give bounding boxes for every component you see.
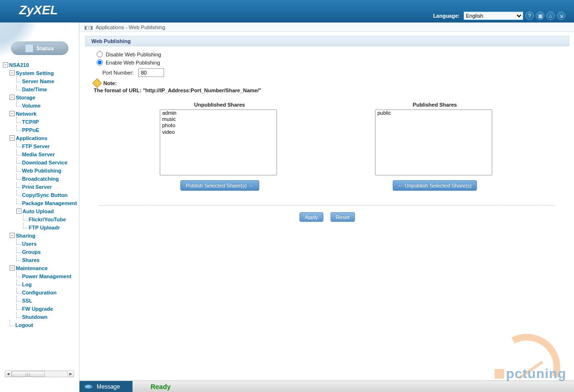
tree-logout[interactable]: Logout xyxy=(3,321,79,329)
collapse-icon[interactable]: − xyxy=(16,208,22,214)
divider xyxy=(99,205,555,206)
share-option[interactable]: music xyxy=(160,116,276,122)
panel-title: Web Publishing xyxy=(85,36,569,46)
tree-leaf[interactable]: Date/Time xyxy=(3,85,79,93)
scroll-track[interactable] xyxy=(11,370,67,377)
radio-enable[interactable]: Enable Web Publishing xyxy=(97,59,561,65)
help-icon[interactable]: ? xyxy=(525,11,534,20)
radio-disable-input[interactable] xyxy=(97,51,103,57)
collapse-icon[interactable]: − xyxy=(10,70,15,76)
collapse-icon[interactable]: − xyxy=(10,95,15,100)
tree-group-network[interactable]: −Network xyxy=(3,109,79,118)
unpublished-column: Unpublished Shares adminmusicphotovideo … xyxy=(160,102,279,191)
tree-leaf[interactable]: PPPoE xyxy=(3,126,79,134)
scroll-right-icon[interactable]: ► xyxy=(67,370,74,377)
port-input[interactable] xyxy=(138,68,164,77)
published-list[interactable]: public xyxy=(375,109,492,175)
home-icon[interactable]: ⌂ xyxy=(546,11,555,20)
share-option[interactable]: public xyxy=(375,110,492,116)
note-text: The format of URL: "http://IP_Address:Po… xyxy=(94,87,561,93)
note-label: Note: xyxy=(103,80,117,86)
reset-button[interactable]: Reset xyxy=(331,212,355,222)
tree-leaf[interactable]: Copy/Sync Button xyxy=(3,191,79,199)
status-icon xyxy=(25,44,33,53)
language-select[interactable]: English xyxy=(464,11,523,20)
tree-subgroup-autoupload[interactable]: −Auto Upload xyxy=(3,207,79,215)
scroll-left-icon[interactable]: ◄ xyxy=(5,370,11,377)
tree-leaf[interactable]: TCP/IP xyxy=(3,118,79,126)
nav-tree: −NSA210 −System Setting Server Name Date… xyxy=(0,61,79,333)
port-label: Port Number: xyxy=(102,70,133,76)
tree-group-applications[interactable]: −Applications xyxy=(3,134,79,142)
unpublished-title: Unpublished Shares xyxy=(160,102,279,108)
tree-group-system[interactable]: −System Setting xyxy=(3,69,79,77)
status-bar: Message Ready xyxy=(79,381,574,392)
tree-leaf[interactable]: Configuration xyxy=(3,288,79,296)
note-pin-icon xyxy=(92,78,102,88)
share-option[interactable]: video xyxy=(160,129,276,135)
status-state: Ready xyxy=(151,383,171,391)
apply-button[interactable]: Apply xyxy=(299,212,323,222)
share-option[interactable]: admin xyxy=(160,110,276,116)
sidebar: Status −NSA210 −System Setting Server Na… xyxy=(0,22,79,381)
tree-leaf[interactable]: FTP Server xyxy=(3,142,79,150)
published-column: Published Shares public ← Unpublish Sele… xyxy=(375,102,495,191)
message-label: Message xyxy=(97,383,120,390)
top-bar: ZyXEL Language: English ? ▦ ⌂ ⇲ xyxy=(0,0,574,22)
tree-leaf[interactable]: Server Name xyxy=(3,77,79,85)
breadcrumb-text: Applications - Web Publishing xyxy=(96,24,165,30)
logout-icon[interactable]: ⇲ xyxy=(557,11,565,20)
collapse-icon[interactable]: − xyxy=(10,265,15,271)
tree-leaf[interactable]: Log xyxy=(3,280,79,288)
publish-button[interactable]: Publish Selected Share(s) → xyxy=(180,180,259,191)
tree-leaf[interactable]: Power Management xyxy=(3,272,79,280)
language-label: Language: xyxy=(433,13,460,19)
tree-leaf[interactable]: Users xyxy=(3,240,79,248)
collapse-icon[interactable]: − xyxy=(3,62,8,67)
tree-root[interactable]: −NSA210 xyxy=(3,61,79,69)
tree-leaf[interactable]: FW Upgrade xyxy=(3,305,79,313)
save-icon[interactable]: ▦ xyxy=(536,11,544,20)
tree-leaf[interactable]: FTP Uploadr xyxy=(3,223,79,231)
tree-leaf[interactable]: Download Service xyxy=(3,158,79,166)
breadcrumb-icon: ◧◨ xyxy=(84,25,93,30)
radio-disable[interactable]: Disable Web Publishing xyxy=(97,51,561,57)
tree-leaf[interactable]: Shares xyxy=(3,256,79,264)
tree-leaf[interactable]: Flickr/YouTube xyxy=(3,215,79,223)
collapse-icon[interactable]: − xyxy=(10,111,15,116)
topbar-right: Language: English ? ▦ ⌂ ⇲ xyxy=(433,11,565,20)
status-button[interactable]: Status xyxy=(11,42,68,55)
tree-leaf[interactable]: Print Server xyxy=(3,183,79,191)
tree-leaf[interactable]: Shutdown xyxy=(3,313,79,321)
published-title: Published Shares xyxy=(375,102,495,108)
message-tab[interactable]: Message xyxy=(79,381,132,392)
collapse-icon[interactable]: − xyxy=(10,233,15,238)
unpublish-button[interactable]: ← Unpublish Selected Share(s) xyxy=(393,180,477,191)
status-label: Status xyxy=(36,45,54,51)
tree-leaf[interactable]: SSL xyxy=(3,296,79,305)
tree-leaf[interactable]: Media Server xyxy=(3,150,79,158)
collapse-icon[interactable]: − xyxy=(10,135,15,141)
tree-group-storage[interactable]: −Storage xyxy=(3,93,79,101)
message-icon xyxy=(84,384,93,389)
tree-leaf[interactable]: Broadcatching xyxy=(3,174,79,183)
tree-leaf-active[interactable]: Web Publishing xyxy=(3,166,79,174)
share-option[interactable]: photo xyxy=(160,122,276,129)
radio-enable-input[interactable] xyxy=(97,59,103,65)
sidebar-horizontal-scrollbar[interactable]: ◄ ► xyxy=(5,370,74,378)
tree-leaf[interactable]: Package Management xyxy=(3,199,79,207)
scroll-thumb[interactable] xyxy=(11,371,45,377)
brand-logo: ZyXEL xyxy=(19,3,58,18)
tree-group-sharing[interactable]: −Sharing xyxy=(3,231,79,240)
breadcrumb: ◧◨ Applications - Web Publishing xyxy=(79,22,574,32)
tree-group-maintenance[interactable]: −Maintenance xyxy=(3,264,79,272)
unpublished-list[interactable]: adminmusicphotovideo xyxy=(160,109,277,175)
tree-leaf[interactable]: Volume xyxy=(3,101,79,109)
tree-leaf[interactable]: Groups xyxy=(3,248,79,256)
content-area: ◧◨ Applications - Web Publishing Web Pub… xyxy=(79,22,574,381)
